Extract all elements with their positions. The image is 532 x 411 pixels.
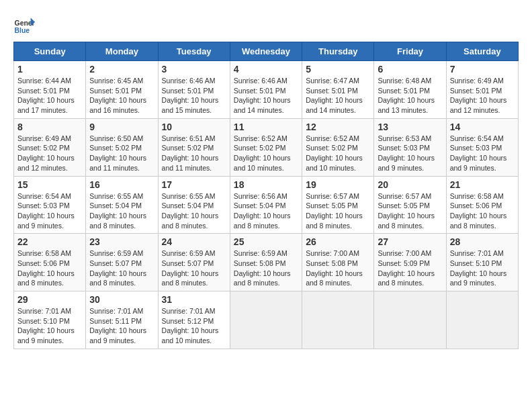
svg-text:Blue: Blue — [15, 27, 30, 34]
calendar-cell: 18 Sunrise: 6:56 AMSunset: 5:04 PMDaylig… — [230, 176, 302, 234]
day-number: 14 — [450, 122, 515, 132]
calendar-cell: 28 Sunrise: 7:01 AMSunset: 5:10 PMDaylig… — [446, 234, 518, 291]
day-number: 26 — [306, 236, 370, 247]
calendar-cell: 30 Sunrise: 7:01 AMSunset: 5:11 PMDaylig… — [86, 291, 158, 349]
day-info: Sunrise: 6:58 AMSunset: 5:06 PMDaylight:… — [17, 249, 75, 287]
day-info: Sunrise: 6:58 AMSunset: 5:06 PMDaylight:… — [450, 192, 507, 230]
calendar-week-1: 1 Sunrise: 6:44 AMSunset: 5:01 PMDayligh… — [14, 61, 519, 119]
calendar-cell: 15 Sunrise: 6:54 AMSunset: 5:03 PMDaylig… — [14, 176, 86, 234]
calendar-cell: 31 Sunrise: 7:01 AMSunset: 5:12 PMDaylig… — [158, 291, 230, 349]
day-info: Sunrise: 6:49 AMSunset: 5:01 PMDaylight:… — [450, 77, 507, 114]
day-info: Sunrise: 6:54 AMSunset: 5:03 PMDaylight:… — [450, 134, 507, 172]
calendar-cell: 27 Sunrise: 7:00 AMSunset: 5:09 PMDaylig… — [374, 234, 446, 291]
calendar-cell — [374, 291, 446, 349]
calendar-header-row: SundayMondayTuesdayWednesdayThursdayFrid… — [14, 42, 519, 61]
calendar-cell: 9 Sunrise: 6:50 AMSunset: 5:02 PMDayligh… — [86, 118, 158, 176]
calendar-cell — [230, 291, 302, 349]
day-number: 20 — [378, 179, 442, 190]
day-number: 3 — [162, 64, 226, 75]
header-wednesday: Wednesday — [230, 42, 302, 61]
day-number: 23 — [89, 236, 154, 247]
day-info: Sunrise: 6:51 AMSunset: 5:02 PMDaylight:… — [162, 134, 219, 172]
calendar-cell: 20 Sunrise: 6:57 AMSunset: 5:05 PMDaylig… — [374, 176, 446, 234]
calendar-table: SundayMondayTuesdayWednesdayThursdayFrid… — [13, 42, 519, 349]
calendar-cell — [446, 291, 518, 349]
day-number: 8 — [17, 122, 82, 132]
day-info: Sunrise: 7:00 AMSunset: 5:09 PMDaylight:… — [378, 249, 435, 287]
header-monday: Monday — [86, 42, 158, 61]
day-info: Sunrise: 6:53 AMSunset: 5:03 PMDaylight:… — [378, 134, 435, 172]
day-info: Sunrise: 6:56 AMSunset: 5:04 PMDaylight:… — [234, 192, 291, 230]
day-number: 22 — [17, 236, 82, 247]
day-info: Sunrise: 7:00 AMSunset: 5:08 PMDaylight:… — [306, 249, 363, 287]
header-saturday: Saturday — [446, 42, 518, 61]
calendar-cell — [302, 291, 374, 349]
day-info: Sunrise: 6:55 AMSunset: 5:04 PMDaylight:… — [162, 192, 219, 230]
calendar-week-4: 22 Sunrise: 6:58 AMSunset: 5:06 PMDaylig… — [14, 234, 519, 291]
calendar-cell: 6 Sunrise: 6:48 AMSunset: 5:01 PMDayligh… — [374, 61, 446, 119]
calendar-cell: 14 Sunrise: 6:54 AMSunset: 5:03 PMDaylig… — [446, 118, 518, 176]
calendar-cell: 19 Sunrise: 6:57 AMSunset: 5:05 PMDaylig… — [302, 176, 374, 234]
day-info: Sunrise: 7:01 AMSunset: 5:12 PMDaylight:… — [162, 307, 219, 345]
day-info: Sunrise: 6:59 AMSunset: 5:08 PMDaylight:… — [234, 249, 291, 287]
day-info: Sunrise: 6:55 AMSunset: 5:04 PMDaylight:… — [89, 192, 146, 230]
day-info: Sunrise: 6:44 AMSunset: 5:01 PMDaylight:… — [17, 77, 75, 114]
day-number: 1 — [17, 64, 82, 75]
calendar-cell: 16 Sunrise: 6:55 AMSunset: 5:04 PMDaylig… — [86, 176, 158, 234]
day-info: Sunrise: 6:47 AMSunset: 5:01 PMDaylight:… — [306, 77, 363, 114]
page-header: General Blue — [13, 13, 519, 35]
day-number: 29 — [17, 294, 82, 305]
logo: General Blue — [13, 13, 35, 35]
day-number: 11 — [234, 122, 298, 132]
day-info: Sunrise: 6:59 AMSunset: 5:07 PMDaylight:… — [162, 249, 219, 287]
calendar-cell: 11 Sunrise: 6:52 AMSunset: 5:02 PMDaylig… — [230, 118, 302, 176]
day-info: Sunrise: 6:52 AMSunset: 5:02 PMDaylight:… — [306, 134, 363, 172]
calendar-cell: 7 Sunrise: 6:49 AMSunset: 5:01 PMDayligh… — [446, 61, 518, 119]
day-number: 13 — [378, 122, 442, 132]
calendar-week-5: 29 Sunrise: 7:01 AMSunset: 5:10 PMDaylig… — [14, 291, 519, 349]
day-info: Sunrise: 6:48 AMSunset: 5:01 PMDaylight:… — [378, 77, 435, 114]
day-number: 30 — [89, 294, 154, 305]
calendar-cell: 26 Sunrise: 7:00 AMSunset: 5:08 PMDaylig… — [302, 234, 374, 291]
day-number: 21 — [450, 179, 515, 190]
day-info: Sunrise: 6:46 AMSunset: 5:01 PMDaylight:… — [234, 77, 291, 114]
header-tuesday: Tuesday — [158, 42, 230, 61]
day-number: 12 — [306, 122, 370, 132]
calendar-week-3: 15 Sunrise: 6:54 AMSunset: 5:03 PMDaylig… — [14, 176, 519, 234]
calendar-cell: 4 Sunrise: 6:46 AMSunset: 5:01 PMDayligh… — [230, 61, 302, 119]
calendar-cell: 13 Sunrise: 6:53 AMSunset: 5:03 PMDaylig… — [374, 118, 446, 176]
day-info: Sunrise: 6:54 AMSunset: 5:03 PMDaylight:… — [17, 192, 75, 230]
day-number: 17 — [162, 179, 226, 190]
calendar-cell: 3 Sunrise: 6:46 AMSunset: 5:01 PMDayligh… — [158, 61, 230, 119]
day-info: Sunrise: 7:01 AMSunset: 5:10 PMDaylight:… — [17, 307, 75, 345]
day-number: 27 — [378, 236, 442, 247]
header-sunday: Sunday — [14, 42, 86, 61]
calendar-cell: 22 Sunrise: 6:58 AMSunset: 5:06 PMDaylig… — [14, 234, 86, 291]
day-number: 31 — [162, 294, 226, 305]
calendar-cell: 5 Sunrise: 6:47 AMSunset: 5:01 PMDayligh… — [302, 61, 374, 119]
day-info: Sunrise: 6:50 AMSunset: 5:02 PMDaylight:… — [89, 134, 146, 172]
day-number: 9 — [89, 122, 154, 132]
day-number: 19 — [306, 179, 370, 190]
day-info: Sunrise: 6:46 AMSunset: 5:01 PMDaylight:… — [162, 77, 219, 114]
day-info: Sunrise: 6:52 AMSunset: 5:02 PMDaylight:… — [234, 134, 291, 172]
day-number: 24 — [162, 236, 226, 247]
day-number: 5 — [306, 64, 370, 75]
calendar-cell: 17 Sunrise: 6:55 AMSunset: 5:04 PMDaylig… — [158, 176, 230, 234]
day-number: 2 — [89, 64, 154, 75]
calendar-cell: 25 Sunrise: 6:59 AMSunset: 5:08 PMDaylig… — [230, 234, 302, 291]
calendar-cell: 23 Sunrise: 6:59 AMSunset: 5:07 PMDaylig… — [86, 234, 158, 291]
day-info: Sunrise: 6:49 AMSunset: 5:02 PMDaylight:… — [17, 134, 75, 172]
calendar-cell: 24 Sunrise: 6:59 AMSunset: 5:07 PMDaylig… — [158, 234, 230, 291]
calendar-cell: 8 Sunrise: 6:49 AMSunset: 5:02 PMDayligh… — [14, 118, 86, 176]
day-number: 4 — [234, 64, 298, 75]
day-info: Sunrise: 7:01 AMSunset: 5:11 PMDaylight:… — [89, 307, 146, 345]
day-number: 28 — [450, 236, 515, 247]
calendar-cell: 12 Sunrise: 6:52 AMSunset: 5:02 PMDaylig… — [302, 118, 374, 176]
day-number: 25 — [234, 236, 298, 247]
calendar-cell: 1 Sunrise: 6:44 AMSunset: 5:01 PMDayligh… — [14, 61, 86, 119]
calendar-cell: 10 Sunrise: 6:51 AMSunset: 5:02 PMDaylig… — [158, 118, 230, 176]
day-number: 18 — [234, 179, 298, 190]
calendar-cell: 2 Sunrise: 6:45 AMSunset: 5:01 PMDayligh… — [86, 61, 158, 119]
day-info: Sunrise: 6:57 AMSunset: 5:05 PMDaylight:… — [378, 192, 435, 230]
